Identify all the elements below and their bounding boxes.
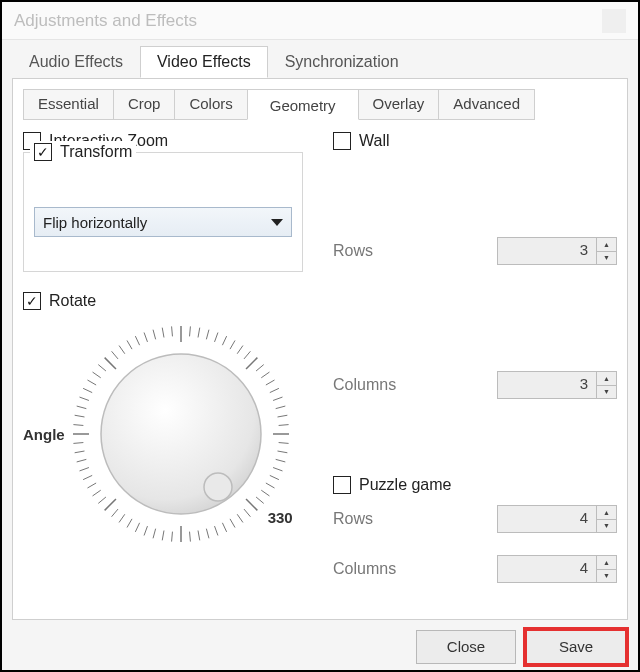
svg-line-22	[273, 468, 282, 471]
svg-line-17	[278, 425, 288, 426]
svg-line-24	[266, 483, 275, 488]
svg-line-27	[246, 499, 257, 510]
puzzle-cols-label: Columns	[333, 560, 423, 578]
svg-line-29	[237, 514, 243, 522]
svg-point-73	[204, 473, 232, 501]
svg-line-60	[87, 380, 96, 385]
svg-line-53	[73, 443, 83, 444]
svg-line-2	[198, 328, 200, 338]
svg-line-25	[261, 490, 269, 496]
subtab-geometry[interactable]: Geometry	[247, 89, 359, 120]
rotate-checkbox[interactable]: Rotate	[23, 292, 303, 310]
transform-label: Transform	[60, 143, 132, 161]
transform-checkbox[interactable]: Transform	[34, 143, 132, 161]
svg-line-62	[98, 365, 106, 371]
svg-line-33	[206, 529, 209, 539]
save-button[interactable]: Save	[526, 630, 626, 664]
wall-checkbox[interactable]: Wall	[333, 132, 617, 150]
svg-line-44	[111, 509, 117, 517]
svg-line-32	[214, 526, 217, 535]
subtab-essential[interactable]: Essential	[23, 89, 114, 120]
svg-line-61	[92, 372, 100, 378]
transform-group: Transform Flip horizontally	[23, 152, 303, 272]
svg-line-23	[269, 475, 278, 479]
tab-video-effects[interactable]: Video Effects	[140, 46, 268, 78]
svg-line-48	[87, 483, 96, 488]
svg-line-68	[144, 333, 147, 342]
svg-line-15	[275, 406, 285, 409]
svg-line-63	[104, 358, 115, 369]
close-icon[interactable]	[602, 9, 626, 33]
chevron-up-icon[interactable]: ▲	[597, 238, 616, 252]
svg-line-49	[83, 475, 92, 479]
svg-line-64	[111, 351, 117, 359]
svg-line-5	[222, 336, 226, 345]
wall-cols-spinner[interactable]: 3 ▲ ▼	[497, 371, 617, 399]
svg-line-55	[73, 425, 83, 426]
chevron-up-icon[interactable]: ▲	[597, 556, 616, 570]
subtab-advanced[interactable]: Advanced	[438, 89, 535, 120]
svg-line-65	[119, 346, 125, 354]
svg-line-39	[153, 529, 156, 539]
svg-line-50	[79, 468, 88, 471]
wall-cols-label: Columns	[333, 376, 423, 394]
svg-line-7	[237, 346, 243, 354]
chevron-down-icon[interactable]: ▼	[597, 570, 616, 583]
video-effects-panel: Essential Crop Colors Geometry Overlay A…	[12, 78, 628, 620]
chevron-down-icon	[271, 219, 283, 226]
rotate-label: Rotate	[49, 292, 96, 310]
svg-line-57	[76, 406, 86, 409]
svg-line-37	[171, 532, 172, 542]
svg-line-47	[92, 490, 100, 496]
wall-rows-spinner[interactable]: 3 ▲ ▼	[497, 237, 617, 265]
svg-line-9	[246, 358, 257, 369]
rotate-dial[interactable]: 330	[71, 324, 291, 544]
tab-synchronization[interactable]: Synchronization	[268, 46, 416, 78]
content-area: Audio Effects Video Effects Synchronizat…	[2, 40, 638, 672]
puzzle-cols-spinner[interactable]: 4 ▲ ▼	[497, 555, 617, 583]
subtab-colors[interactable]: Colors	[174, 89, 247, 120]
sub-tabs: Essential Crop Colors Geometry Overlay A…	[23, 89, 617, 120]
wall-cols-value: 3	[498, 372, 596, 398]
svg-point-72	[101, 354, 261, 514]
puzzle-cols-row: Columns 4 ▲ ▼	[333, 554, 617, 584]
chevron-down-icon[interactable]: ▼	[597, 386, 616, 399]
puzzle-rows-row: Rows 4 ▲ ▼	[333, 504, 617, 534]
svg-line-4	[214, 333, 217, 342]
subtab-crop[interactable]: Crop	[113, 89, 176, 120]
svg-line-46	[98, 497, 106, 503]
svg-line-43	[119, 514, 125, 522]
svg-line-59	[83, 388, 92, 392]
chevron-down-icon[interactable]: ▼	[597, 520, 616, 533]
svg-line-35	[189, 532, 190, 542]
transform-dropdown[interactable]: Flip horizontally	[34, 207, 292, 237]
spinner-buttons: ▲ ▼	[596, 556, 616, 582]
transform-value: Flip horizontally	[43, 214, 271, 231]
svg-line-52	[74, 451, 84, 453]
chevron-down-icon[interactable]: ▼	[597, 252, 616, 265]
close-button[interactable]: Close	[416, 630, 516, 664]
svg-line-58	[79, 397, 88, 400]
svg-line-45	[104, 499, 115, 510]
spinner-buttons: ▲ ▼	[596, 238, 616, 264]
wall-cols-row: Columns 3 ▲ ▼	[333, 370, 617, 400]
subtab-overlay[interactable]: Overlay	[358, 89, 440, 120]
puzzle-rows-value: 4	[498, 506, 596, 532]
tab-audio-effects[interactable]: Audio Effects	[12, 46, 140, 78]
spinner-buttons: ▲ ▼	[596, 506, 616, 532]
svg-line-30	[230, 519, 235, 528]
angle-readout: 330	[268, 509, 293, 526]
chevron-up-icon[interactable]: ▲	[597, 372, 616, 386]
svg-line-34	[198, 531, 200, 541]
puzzle-rows-spinner[interactable]: 4 ▲ ▼	[497, 505, 617, 533]
svg-line-41	[135, 523, 139, 532]
wall-rows-value: 3	[498, 238, 596, 264]
angle-label: Angle	[23, 426, 71, 443]
chevron-up-icon[interactable]: ▲	[597, 506, 616, 520]
puzzle-checkbox[interactable]: Puzzle game	[333, 476, 617, 494]
svg-line-26	[256, 497, 264, 503]
dialog-footer: Close Save	[6, 620, 634, 672]
checkbox-icon	[333, 132, 351, 150]
svg-line-28	[244, 509, 250, 517]
svg-line-38	[162, 531, 164, 541]
